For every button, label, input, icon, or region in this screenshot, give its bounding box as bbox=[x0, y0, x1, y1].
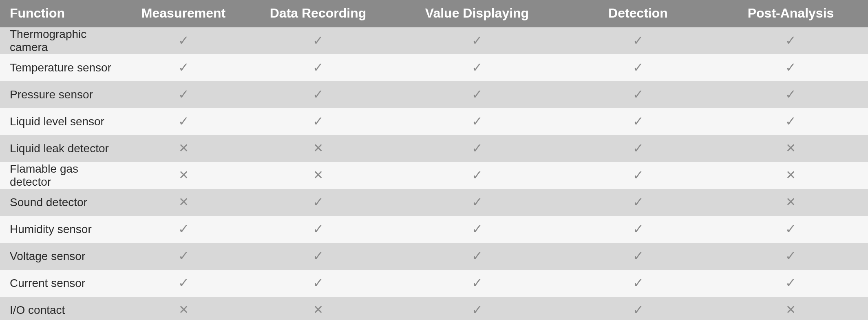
table-body: Thermographic camera✓✓✓✓✓Temperature sen… bbox=[0, 27, 868, 320]
table-row: I/O contact✕✕✓✓✕ bbox=[0, 297, 868, 320]
cell-analysis: ✕ bbox=[713, 135, 868, 162]
check-icon: ✓ bbox=[472, 115, 483, 128]
cell-analysis: ✕ bbox=[713, 189, 868, 216]
table-row: Flamable gas detector✕✕✓✓✕ bbox=[0, 162, 868, 189]
cross-icon: ✕ bbox=[786, 169, 796, 181]
cell-measurement: ✕ bbox=[122, 297, 245, 320]
table-row: Sound detector✕✓✓✓✕ bbox=[0, 189, 868, 216]
check-icon: ✓ bbox=[633, 34, 644, 47]
header-displaying: Value Displaying bbox=[391, 0, 563, 27]
cell-displaying: ✓ bbox=[391, 270, 563, 297]
check-icon: ✓ bbox=[178, 249, 189, 262]
check-icon: ✓ bbox=[633, 88, 644, 101]
table-row: Humidity sensor✓✓✓✓✓ bbox=[0, 216, 868, 243]
cell-measurement: ✕ bbox=[122, 189, 245, 216]
cell-measurement: ✕ bbox=[122, 135, 245, 162]
cell-displaying: ✓ bbox=[391, 297, 563, 320]
cell-measurement: ✓ bbox=[122, 243, 245, 270]
check-icon: ✓ bbox=[785, 276, 796, 289]
row-name: Humidity sensor bbox=[0, 216, 122, 243]
row-name: Temperature sensor bbox=[0, 54, 122, 81]
cell-recording: ✓ bbox=[245, 81, 391, 108]
check-icon: ✓ bbox=[785, 115, 796, 128]
check-icon: ✓ bbox=[472, 142, 483, 155]
cell-displaying: ✓ bbox=[391, 81, 563, 108]
check-icon: ✓ bbox=[472, 222, 483, 236]
cell-analysis: ✓ bbox=[713, 81, 868, 108]
row-name: Voltage sensor bbox=[0, 243, 122, 270]
check-icon: ✓ bbox=[472, 88, 483, 101]
check-icon: ✓ bbox=[633, 142, 644, 155]
check-icon: ✓ bbox=[633, 169, 644, 182]
table-row: Liquid leak detector✕✕✓✓✕ bbox=[0, 135, 868, 162]
row-name: I/O contact bbox=[0, 297, 122, 320]
cell-recording: ✓ bbox=[245, 108, 391, 135]
check-icon: ✓ bbox=[178, 61, 189, 74]
cross-icon: ✕ bbox=[179, 196, 189, 208]
check-icon: ✓ bbox=[633, 276, 644, 289]
cell-recording: ✕ bbox=[245, 135, 391, 162]
cell-measurement: ✓ bbox=[122, 81, 245, 108]
header-analysis: Post-Analysis bbox=[713, 0, 868, 27]
cell-analysis: ✓ bbox=[713, 54, 868, 81]
table-row: Liquid level sensor✓✓✓✓✓ bbox=[0, 108, 868, 135]
cell-detection: ✓ bbox=[563, 162, 713, 189]
cross-icon: ✕ bbox=[313, 169, 323, 181]
check-icon: ✓ bbox=[785, 222, 796, 236]
check-icon: ✓ bbox=[633, 222, 644, 236]
cell-recording: ✓ bbox=[245, 54, 391, 81]
cell-detection: ✓ bbox=[563, 297, 713, 320]
cell-displaying: ✓ bbox=[391, 243, 563, 270]
check-icon: ✓ bbox=[313, 34, 324, 47]
cell-recording: ✓ bbox=[245, 27, 391, 54]
cross-icon: ✕ bbox=[179, 304, 189, 316]
header-measurement: Measurement bbox=[122, 0, 245, 27]
cell-measurement: ✓ bbox=[122, 108, 245, 135]
cross-icon: ✕ bbox=[786, 142, 796, 154]
cell-analysis: ✓ bbox=[713, 243, 868, 270]
check-icon: ✓ bbox=[472, 303, 483, 316]
cell-analysis: ✓ bbox=[713, 27, 868, 54]
cell-measurement: ✓ bbox=[122, 54, 245, 81]
cell-displaying: ✓ bbox=[391, 189, 563, 216]
cell-displaying: ✓ bbox=[391, 162, 563, 189]
cell-detection: ✓ bbox=[563, 270, 713, 297]
header-function: Function bbox=[0, 0, 122, 27]
cell-displaying: ✓ bbox=[391, 54, 563, 81]
check-icon: ✓ bbox=[313, 115, 324, 128]
check-icon: ✓ bbox=[472, 249, 483, 262]
check-icon: ✓ bbox=[785, 34, 796, 47]
cell-recording: ✓ bbox=[245, 243, 391, 270]
check-icon: ✓ bbox=[785, 61, 796, 74]
cell-detection: ✓ bbox=[563, 243, 713, 270]
check-icon: ✓ bbox=[785, 88, 796, 101]
check-icon: ✓ bbox=[472, 34, 483, 47]
cell-measurement: ✓ bbox=[122, 27, 245, 54]
cell-detection: ✓ bbox=[563, 54, 713, 81]
cell-detection: ✓ bbox=[563, 189, 713, 216]
cross-icon: ✕ bbox=[313, 304, 323, 316]
header-recording: Data Recording bbox=[245, 0, 391, 27]
check-icon: ✓ bbox=[472, 169, 483, 182]
check-icon: ✓ bbox=[633, 115, 644, 128]
cross-icon: ✕ bbox=[179, 142, 189, 154]
check-icon: ✓ bbox=[633, 196, 644, 209]
cell-displaying: ✓ bbox=[391, 27, 563, 54]
cross-icon: ✕ bbox=[786, 196, 796, 208]
cell-recording: ✓ bbox=[245, 216, 391, 243]
check-icon: ✓ bbox=[178, 115, 189, 128]
cell-displaying: ✓ bbox=[391, 216, 563, 243]
check-icon: ✓ bbox=[472, 196, 483, 209]
cell-displaying: ✓ bbox=[391, 108, 563, 135]
check-icon: ✓ bbox=[313, 88, 324, 101]
cross-icon: ✕ bbox=[179, 169, 189, 181]
cell-detection: ✓ bbox=[563, 108, 713, 135]
cell-analysis: ✓ bbox=[713, 216, 868, 243]
cell-detection: ✓ bbox=[563, 216, 713, 243]
check-icon: ✓ bbox=[633, 303, 644, 316]
cell-recording: ✕ bbox=[245, 297, 391, 320]
cross-icon: ✕ bbox=[786, 304, 796, 316]
check-icon: ✓ bbox=[633, 61, 644, 74]
cell-analysis: ✕ bbox=[713, 297, 868, 320]
table-row: Voltage sensor✓✓✓✓✓ bbox=[0, 243, 868, 270]
